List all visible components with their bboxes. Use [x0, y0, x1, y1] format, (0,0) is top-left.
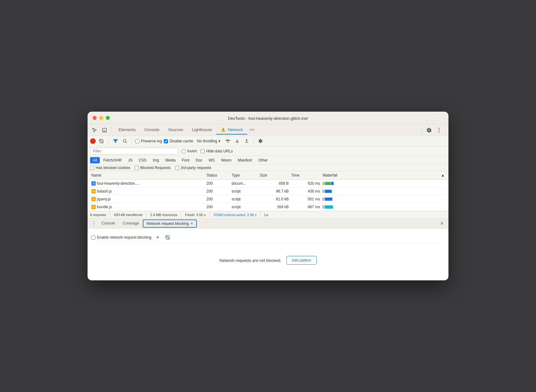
- toolbar-sep-1: [111, 127, 112, 133]
- disable-cache-checkbox[interactable]: Disable cache: [164, 139, 193, 143]
- resources-size: 2.4 MB resources: [150, 213, 177, 217]
- tab-sources[interactable]: Sources: [164, 125, 188, 135]
- th-time[interactable]: Time: [290, 171, 321, 179]
- network-settings-icon[interactable]: [257, 137, 265, 145]
- td-time-2: 436 ms: [290, 188, 321, 195]
- type-other[interactable]: Other: [255, 157, 271, 163]
- tab-console[interactable]: Console: [140, 125, 164, 135]
- type-all[interactable]: All: [90, 157, 100, 163]
- td-type-2: script: [230, 188, 259, 195]
- bottom-tab-network-blocking[interactable]: Network request blocking ×: [143, 220, 197, 228]
- th-sort-icon[interactable]: ▲: [437, 171, 446, 179]
- filter-input[interactable]: [90, 148, 178, 155]
- bottom-tab-coverage[interactable]: Coverage: [119, 219, 143, 228]
- js-icon: JS: [91, 189, 96, 193]
- svg-point-3: [439, 130, 440, 130]
- svg-rect-1: [104, 131, 105, 132]
- type-manifest[interactable]: Manifest: [235, 157, 255, 163]
- network-conditions-icon[interactable]: [224, 137, 232, 145]
- import-icon[interactable]: [233, 137, 241, 145]
- clear-button[interactable]: [98, 137, 105, 145]
- third-party-checkbox[interactable]: 3rd-party requests: [175, 166, 211, 170]
- type-img[interactable]: Img: [150, 157, 162, 163]
- tab-network[interactable]: ⚠️ Network: [216, 125, 247, 135]
- preserve-log-checkbox[interactable]: Preserve log: [135, 139, 162, 143]
- tab-lighthouse[interactable]: Lighthouse: [188, 125, 217, 135]
- add-pattern-icon[interactable]: +: [154, 234, 161, 241]
- tab-close-icon[interactable]: ×: [191, 221, 193, 226]
- tab-more[interactable]: >>: [247, 125, 257, 135]
- add-pattern-button[interactable]: Add pattern: [287, 256, 317, 265]
- type-media[interactable]: Media: [163, 157, 179, 163]
- search-button[interactable]: [121, 137, 129, 145]
- td-status-4: 200: [205, 203, 230, 211]
- invert-checkbox[interactable]: Invert: [182, 149, 197, 153]
- toolbar-sep-2: [422, 127, 422, 133]
- td-size-1: 658 B: [259, 180, 290, 187]
- td-status-1: 200: [205, 180, 230, 187]
- type-css[interactable]: CSS: [136, 157, 149, 163]
- blocked-requests-checkbox[interactable]: Blocked Requests: [135, 166, 171, 170]
- type-fetch-xhr[interactable]: Fetch/XHR: [100, 157, 125, 163]
- status-sep-4: [210, 213, 210, 217]
- table-row[interactable]: JS jquery.js 200 script 81.0 kB 501 ms: [88, 195, 448, 203]
- enable-blocking-checkbox[interactable]: Enable network request blocking: [91, 235, 151, 240]
- devtools-window: DevTools - foul-heavenly-direction.glitc…: [88, 112, 448, 280]
- th-name[interactable]: Name: [90, 171, 205, 179]
- maximize-button[interactable]: [106, 116, 110, 120]
- td-name-4: JS bundle.js: [90, 203, 205, 211]
- minimize-button[interactable]: [99, 116, 103, 120]
- close-panel-button[interactable]: ×: [438, 220, 446, 228]
- traffic-lights: [93, 116, 110, 120]
- tab-bar: Elements Console Sources Lighthouse ⚠️ N…: [114, 125, 257, 135]
- transferred-size: 633 kB transferred: [114, 213, 142, 217]
- td-name-1: ≡ foul-heavenly-direction....: [90, 180, 205, 187]
- th-size[interactable]: Size: [259, 171, 290, 179]
- td-waterfall-4: [321, 203, 437, 211]
- tab-elements[interactable]: Elements: [114, 125, 140, 135]
- kebab-icon[interactable]: [435, 126, 443, 135]
- td-status-2: 200: [205, 188, 230, 195]
- export-icon[interactable]: [243, 137, 250, 145]
- filter-button[interactable]: [112, 137, 119, 145]
- network-table: Name Status Type Size Time Waterfall ▲ ≡…: [88, 171, 448, 211]
- throttling-select[interactable]: No throttling ▾: [195, 138, 222, 144]
- table-row[interactable]: JS bundle.js 200 script 269 kB 687 ms: [88, 203, 448, 211]
- block-icon[interactable]: [164, 234, 171, 241]
- status-bar: 8 requests 633 kB transferred 2.4 MB res…: [88, 211, 448, 219]
- type-ws[interactable]: WS: [206, 157, 217, 163]
- settings-icon[interactable]: [425, 126, 433, 135]
- th-waterfall[interactable]: Waterfall: [321, 171, 437, 179]
- bottom-content: Enable network request blocking + Networ…: [88, 229, 448, 280]
- td-time-1: 620 ms: [290, 180, 321, 187]
- svg-point-4: [439, 131, 440, 132]
- td-type-1: docum...: [230, 180, 259, 187]
- type-wasm[interactable]: Wasm: [218, 157, 234, 163]
- type-js[interactable]: JS: [125, 157, 135, 163]
- dom-content-loaded: DOMContentLoaded: 2.86 s: [214, 213, 257, 217]
- doc-icon: ≡: [91, 181, 96, 186]
- device-icon[interactable]: [100, 126, 109, 135]
- bottom-panel: ⋮ Console Coverage Network request block…: [88, 219, 448, 280]
- bottom-tab-console[interactable]: Console: [98, 219, 119, 228]
- warning-icon: ⚠️: [221, 127, 226, 132]
- td-size-3: 81.0 kB: [259, 195, 290, 203]
- has-blocked-cookies-checkbox[interactable]: Has blocked cookies: [90, 166, 130, 170]
- bottom-tab-bar: ⋮ Console Coverage Network request block…: [88, 219, 448, 229]
- type-font[interactable]: Font: [179, 157, 192, 163]
- bottom-more-icon[interactable]: ⋮: [90, 219, 98, 228]
- td-status-3: 200: [205, 195, 230, 203]
- type-doc[interactable]: Doc: [193, 157, 205, 163]
- td-time-3: 501 ms: [290, 195, 321, 203]
- enable-blocking-row: Enable network request blocking +: [91, 232, 445, 243]
- inspect-icon[interactable]: [90, 126, 99, 135]
- toolbar-right-icons: [421, 126, 446, 135]
- th-status[interactable]: Status: [205, 171, 230, 179]
- close-button[interactable]: [93, 116, 97, 120]
- table-row[interactable]: ≡ foul-heavenly-direction.... 200 docum.…: [88, 180, 448, 188]
- th-type[interactable]: Type: [230, 171, 259, 179]
- table-row[interactable]: JS lodash.js 200 script 96.7 kB 436 ms: [88, 188, 448, 195]
- record-button[interactable]: [90, 138, 96, 144]
- main-toolbar: Elements Console Sources Lighthouse ⚠️ N…: [88, 124, 448, 136]
- hide-data-urls-checkbox[interactable]: Hide data URLs: [201, 149, 233, 153]
